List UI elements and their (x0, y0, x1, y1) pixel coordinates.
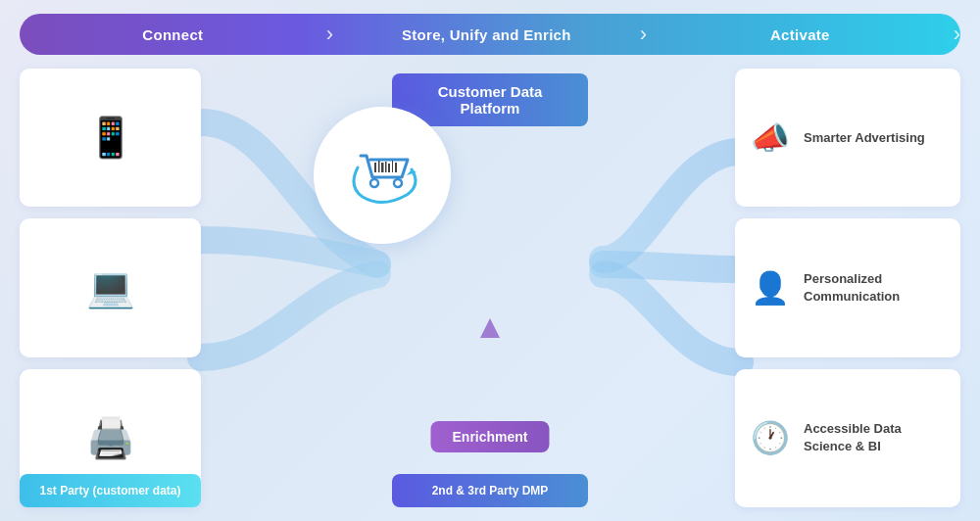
advertising-card: 📣 Smarter Advertising (735, 69, 960, 207)
svg-rect-8 (395, 163, 397, 172)
first-party-text: 1st Party (customer data) (39, 484, 180, 497)
cart-icon (343, 136, 421, 214)
data-science-icon: 🕐 (751, 419, 790, 456)
advertising-label: Smarter Advertising (804, 129, 925, 147)
svg-rect-5 (385, 162, 387, 172)
laptop-card: 💻 (20, 218, 201, 356)
banner-activate-label: Activate (770, 26, 830, 43)
first-party-label: 1st Party (customer data) (20, 474, 201, 507)
pos-icon: 🖨️ (86, 415, 135, 461)
dmp-text: 2nd & 3rd Party DMP (432, 484, 549, 497)
banner-connect: Connect (20, 26, 326, 43)
svg-rect-4 (381, 163, 384, 172)
communication-icon: 👤 (751, 269, 790, 307)
svg-rect-2 (374, 163, 376, 172)
svg-rect-3 (378, 161, 380, 172)
mobile-icon: 📱 (86, 115, 135, 161)
right-column: 📣 Smarter Advertising 👤 Personalized Com… (735, 69, 960, 507)
center-circle (314, 107, 451, 244)
banner-store-label: Store, Unify and Enrich (402, 26, 571, 43)
communication-label: Personalized Communication (804, 270, 945, 306)
svg-rect-6 (388, 164, 390, 172)
svg-rect-7 (392, 161, 393, 172)
top-banner: Connect › Store, Unify and Enrich › Acti… (20, 14, 960, 55)
advertising-icon: 📣 (751, 119, 790, 157)
data-science-label: Accessible Data Science & BI (804, 420, 945, 455)
mobile-card: 📱 (20, 69, 201, 207)
enrichment-text: Enrichment (452, 429, 527, 445)
communication-card: 👤 Personalized Communication (735, 218, 960, 356)
banner-store: Store, Unify and Enrich (333, 26, 640, 43)
laptop-icon: 💻 (86, 264, 135, 310)
left-column: 📱 💻 🖨️ (20, 69, 201, 507)
banner-arrow-3: › (954, 22, 960, 47)
cdp-label-text: Customer Data Platform (438, 83, 543, 117)
banner-connect-label: Connect (142, 26, 203, 43)
dmp-label: 2nd & 3rd Party DMP (392, 474, 588, 507)
banner-activate: Activate (647, 26, 954, 43)
enrichment-label: Enrichment (430, 421, 549, 452)
data-science-card: 🕐 Accessible Data Science & BI (735, 369, 960, 507)
banner-arrow-1: › (326, 22, 333, 47)
banner-arrow-2: › (640, 22, 647, 47)
